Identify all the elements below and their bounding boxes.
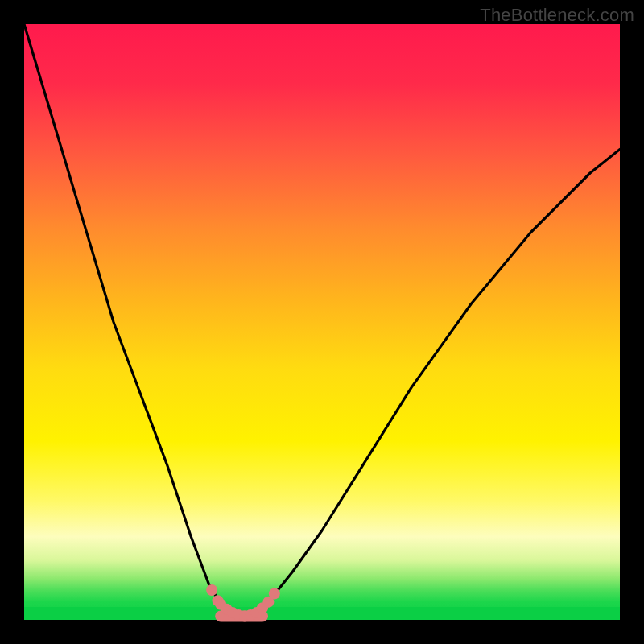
plot-area bbox=[24, 24, 620, 620]
marker-dot bbox=[269, 588, 280, 599]
bottleneck-curve-svg bbox=[24, 24, 620, 620]
watermark-text: TheBottleneck.com bbox=[480, 5, 634, 26]
curve-group bbox=[24, 24, 620, 622]
chart-frame: TheBottleneck.com bbox=[0, 0, 644, 644]
bottleneck-curve bbox=[24, 24, 620, 617]
marker-dot bbox=[206, 584, 217, 596]
